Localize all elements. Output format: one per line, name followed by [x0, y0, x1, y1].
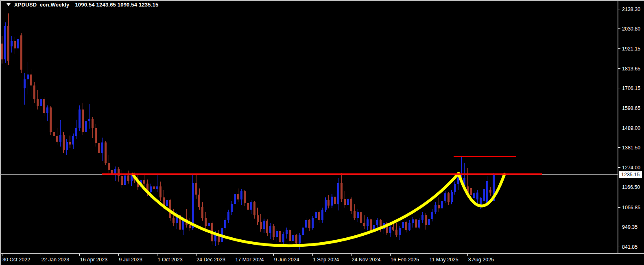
bear-candle-body [92, 119, 94, 128]
bear-candle-body [273, 226, 275, 237]
bear-candle-body [20, 35, 22, 70]
bear-candle-body [63, 135, 65, 150]
current-price-badge-label: 1235.15 [621, 172, 640, 177]
date-tick-label[interactable]: 9 Jul 2023 [119, 257, 142, 263]
bull-candle-body [269, 226, 271, 233]
bull-candle-body [315, 212, 317, 218]
price-tick-label: 949.35 [622, 224, 637, 230]
bear-candle-body [405, 222, 407, 230]
price-tick-label: 1813.65 [622, 66, 640, 72]
bear-candle-body [395, 230, 397, 236]
price-tick-label: 1706.15 [622, 85, 640, 91]
bear-candle-body [98, 143, 100, 153]
bull-candle-body [85, 121, 87, 132]
date-tick-label[interactable]: 24 Dec 2023 [196, 257, 225, 263]
bear-candle-body [69, 142, 71, 145]
bull-candle-body [166, 200, 168, 206]
bull-candle-body [431, 212, 433, 219]
date-tick-label[interactable]: 3 Aug 2025 [468, 257, 494, 263]
price-tick-label: 1166.50 [622, 184, 640, 190]
date-tick-label[interactable]: 9 Jun 2024 [274, 257, 299, 263]
bear-candle-body [489, 190, 491, 193]
price-chart-canvas[interactable]: 2138.302030.801921.151813.651706.151598.… [0, 0, 644, 265]
bear-candle-body [279, 231, 281, 242]
bear-candle-body [159, 186, 162, 197]
bear-candle-body [289, 230, 291, 241]
bear-candle-body [448, 193, 450, 202]
bull-candle-body [399, 228, 401, 235]
bull-candle-body [347, 199, 349, 205]
price-tick-label: 1598.65 [622, 105, 640, 111]
bull-candle-body [389, 227, 391, 233]
bull-candle-body [24, 79, 26, 88]
bear-candle-body [205, 218, 207, 226]
bull-candle-body [476, 193, 478, 199]
date-tick-label[interactable]: 22 Jan 2023 [41, 257, 69, 263]
bull-candle-body [483, 189, 485, 201]
bear-candle-body [295, 235, 297, 243]
ohlc-readout: 1090.54 1243.65 1090.54 1235.15 [75, 2, 158, 8]
bull-candle-body [17, 39, 19, 49]
symbol-period-label: XPDUSD_ecn,Weekly [14, 2, 69, 8]
bull-candle-body [408, 223, 410, 230]
bull-candle-body [302, 228, 304, 235]
bear-candle-body [105, 142, 107, 163]
bull-candle-body [27, 74, 29, 80]
bear-candle-body [30, 74, 32, 85]
date-tick-label[interactable]: 24 Nov 2024 [352, 257, 381, 263]
bear-candle-body [318, 212, 320, 220]
price-tick-label: 2138.30 [622, 7, 640, 12]
price-tick-label: 1489.00 [622, 125, 640, 131]
bull-candle-body [337, 183, 339, 204]
date-tick-label[interactable]: 1 Oct 2023 [158, 257, 183, 263]
bear-candle-body [153, 186, 155, 189]
price-tick-label: 1921.15 [622, 46, 640, 52]
bear-candle-body [56, 136, 58, 142]
bear-candle-body [14, 41, 16, 49]
bull-candle-body [124, 175, 126, 185]
bull-candle-body [224, 220, 226, 228]
bear-candle-body [260, 222, 262, 229]
bull-candle-body [421, 215, 424, 221]
bull-candle-body [4, 26, 6, 60]
date-tick-label[interactable]: 16 Apr 2023 [80, 257, 107, 263]
bull-candle-body [40, 99, 42, 106]
bull-candle-body [357, 212, 359, 218]
bull-candle-body [72, 136, 74, 145]
bull-candle-body [75, 128, 77, 136]
bear-candle-body [247, 203, 249, 210]
cup-pattern-curve[interactable] [133, 173, 458, 246]
bull-candle-body [305, 220, 307, 228]
bear-candle-body [308, 220, 310, 228]
bear-candle-body [95, 128, 97, 143]
date-tick-label[interactable]: 11 May 2025 [429, 257, 458, 263]
bear-candle-body [143, 180, 145, 184]
bear-candle-body [82, 110, 84, 132]
bear-candle-body [350, 199, 352, 211]
bull-candle-body [402, 222, 404, 228]
bull-candle-body [66, 142, 68, 150]
date-tick-label[interactable]: 17 Mar 2024 [235, 257, 264, 263]
bull-candle-body [376, 220, 378, 225]
bear-candle-body [257, 215, 259, 222]
bear-candle-body [201, 207, 203, 218]
date-tick-label[interactable]: 16 Feb 2025 [391, 257, 419, 263]
bull-candle-body [367, 219, 369, 226]
chart-title-bar: XPDUSD_ecn,Weekly 1090.54 1243.65 1090.5… [7, 2, 158, 8]
bear-candle-body [53, 132, 55, 136]
bear-candle-body [334, 197, 336, 204]
symbol-dropdown-icon[interactable] [7, 3, 11, 6]
bear-candle-body [370, 219, 372, 230]
price-tick-label: 1381.50 [622, 145, 640, 151]
bull-candle-body [156, 186, 158, 189]
date-tick-label[interactable]: 1 Sep 2024 [313, 257, 339, 263]
price-tick-label: 1274.00 [622, 165, 640, 171]
date-tick-label[interactable]: 30 Oct 2022 [2, 257, 30, 263]
bull-candle-body [428, 219, 430, 225]
bull-candle-body [240, 191, 242, 199]
bear-candle-body [198, 195, 200, 207]
bull-candle-body [114, 169, 116, 174]
bear-candle-body [50, 107, 52, 132]
bear-candle-body [253, 202, 255, 215]
bear-candle-body [127, 175, 129, 181]
